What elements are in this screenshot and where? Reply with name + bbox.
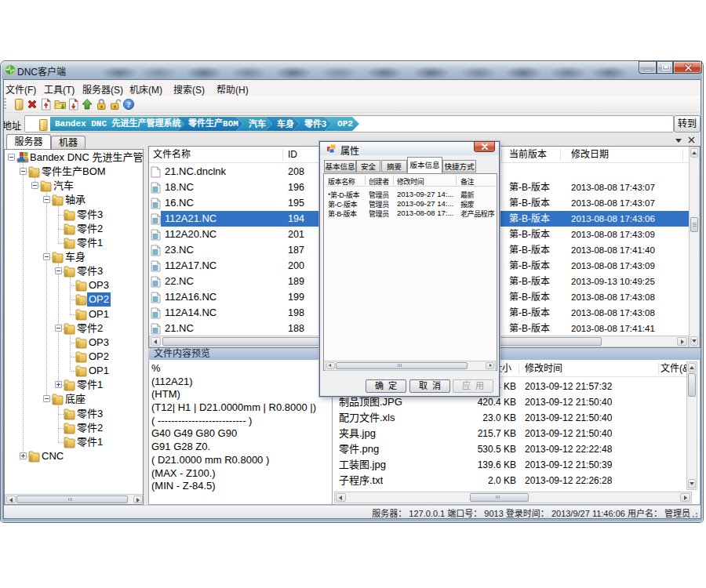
svg-text:?: ?	[126, 100, 130, 109]
